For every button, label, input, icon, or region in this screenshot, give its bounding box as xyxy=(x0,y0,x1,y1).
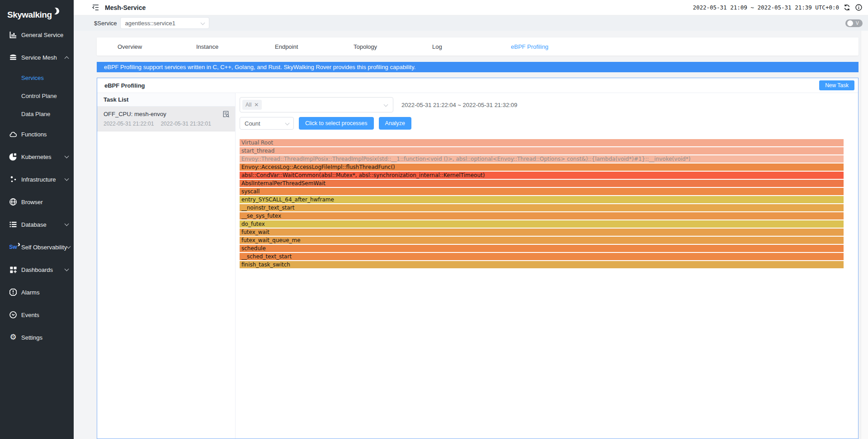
sidebar-item-events[interactable]: Events xyxy=(0,304,74,326)
tab-log[interactable]: Log xyxy=(432,43,511,50)
flame-frame[interactable]: schedule xyxy=(240,245,844,252)
sidebar-item-label: Events xyxy=(21,312,68,318)
remove-tag-icon[interactable]: ✕ xyxy=(254,102,259,107)
clock-icon xyxy=(9,311,17,319)
sidebar-item-label: Database xyxy=(21,221,65,228)
flame-frame[interactable]: futex_wait xyxy=(240,229,844,236)
new-task-button[interactable]: New Task xyxy=(819,80,854,90)
cloud-icon xyxy=(9,130,17,138)
chevron-down-icon xyxy=(285,121,290,125)
sidebar-item-label: Services xyxy=(21,75,44,81)
selected-instance-tag: All ✕ xyxy=(242,100,262,110)
task-detail-icon[interactable] xyxy=(222,110,230,118)
task-start-time: 2022-05-31 21:22:01 xyxy=(104,121,154,127)
aggregate-type-select[interactable]: Count xyxy=(240,117,294,130)
task-list-item[interactable]: OFF_CPU: mesh-envoy 2022-05-31 21:22:01 … xyxy=(97,107,235,131)
flame-frame[interactable]: syscall xyxy=(240,188,844,195)
task-end-time: 2022-05-31 21:32:01 xyxy=(160,121,211,127)
sidebar-item-label: General Service xyxy=(21,32,68,38)
flame-frame[interactable]: Envoy::Thread::ThreadImplPosix::ThreadIm… xyxy=(240,155,844,163)
sidebar-collapse-icon[interactable] xyxy=(92,4,99,11)
dashboard-grid-icon xyxy=(9,266,17,274)
list-rows-icon xyxy=(9,220,17,229)
instance-multi-select[interactable]: All ✕ xyxy=(240,97,393,112)
tab-instance[interactable]: Instance xyxy=(196,43,275,50)
flame-frame[interactable]: __noinstr_text_start xyxy=(240,204,844,211)
analyze-button[interactable]: Analyze xyxy=(379,117,411,130)
sidebar-item-control-plane[interactable]: Control Plane xyxy=(0,87,74,105)
sidebar-item-label: Browser xyxy=(21,199,68,205)
flame-frame[interactable]: AbslInternalPerThreadSemWait xyxy=(240,180,844,187)
sidebar-item-infrastructure[interactable]: Infrastructure xyxy=(0,168,74,191)
refresh-icon[interactable] xyxy=(843,4,851,11)
sidebar-item-general-service[interactable]: General Service xyxy=(0,23,74,46)
tag-label: All xyxy=(245,102,251,108)
sidebar-item-label: Alarms xyxy=(21,289,68,296)
chevron-down-icon xyxy=(66,244,71,248)
sidebar-item-label: Infrastructure xyxy=(21,176,65,183)
task-name: OFF_CPU: mesh-envoy xyxy=(104,111,166,117)
tab-endpoint[interactable]: Endpoint xyxy=(275,43,354,50)
sidebar-item-label: Settings xyxy=(21,334,68,341)
version-toggle[interactable]: V xyxy=(845,19,863,27)
sidebar: Skywalking General Service Service Mesh … xyxy=(0,0,74,439)
sidebar-item-browser[interactable]: Browser xyxy=(0,191,74,213)
info-icon[interactable] xyxy=(855,4,863,11)
logo-text: Skywalking xyxy=(7,10,52,20)
sidebar-item-self-observability[interactable]: Sw Self Observability xyxy=(0,236,74,258)
ebpf-profiling-panel: eBPF Profiling New Task Task List OFF_CP… xyxy=(97,78,859,439)
sidebar-item-data-plane[interactable]: Data Plane xyxy=(0,105,74,123)
chevron-down-icon xyxy=(65,154,69,158)
flame-frame[interactable]: __se_sys_futex xyxy=(240,212,844,220)
select-processes-button[interactable]: Click to select processes xyxy=(299,117,374,130)
globe-icon xyxy=(9,198,17,206)
sidebar-item-service-mesh[interactable]: Service Mesh xyxy=(0,46,74,69)
flame-graph: Virtual Rootstart_threadEnvoy::Thread::T… xyxy=(240,139,851,269)
flame-frame[interactable]: start_thread xyxy=(240,147,844,154)
main-area: Mesh-Service 2022-05-31 21:09 ~ 2022-05-… xyxy=(74,0,868,439)
sidebar-item-settings[interactable]: ⚙ Settings xyxy=(0,326,74,349)
analysis-panel: All ✕ 2022-05-31 21:22:04 ~ 2022-05-31 2… xyxy=(236,93,858,439)
sidebar-item-alarms[interactable]: Alarms xyxy=(0,281,74,304)
flame-frame[interactable]: __sched_text_start xyxy=(240,253,844,260)
skywalking-sw-icon: Sw xyxy=(9,243,17,251)
tab-overview[interactable]: Overview xyxy=(118,43,196,50)
sidebar-item-label: Self Observability xyxy=(21,244,67,251)
sidebar-item-functions[interactable]: Functions xyxy=(0,123,74,145)
service-select[interactable]: agentless::service1 xyxy=(120,17,209,29)
tab-topology[interactable]: Topology xyxy=(354,43,432,50)
sidebar-item-database[interactable]: Database xyxy=(0,213,74,236)
sidebar-item-label: Data Plane xyxy=(21,111,50,117)
panel-body: Task List OFF_CPU: mesh-envoy 2022-05-31… xyxy=(97,93,858,439)
sidebar-item-services[interactable]: Services xyxy=(0,69,74,87)
tab-ebpf-profiling[interactable]: eBPF Profiling xyxy=(511,43,548,50)
flame-frame[interactable]: Virtual Root xyxy=(240,139,844,146)
bar-chart-icon xyxy=(9,31,17,39)
panel-header: eBPF Profiling New Task xyxy=(97,78,858,93)
ebpf-info-banner: eBPF Profiling support services written … xyxy=(97,62,859,72)
gear-icon: ⚙ xyxy=(9,333,17,341)
global-time-range[interactable]: 2022-05-31 21:09 ~ 2022-05-31 21:39 UTC+… xyxy=(693,4,839,11)
chevron-down-icon xyxy=(65,221,69,226)
flame-frame[interactable]: finish_task_switch xyxy=(240,261,844,268)
sidebar-item-dashboards[interactable]: Dashboards xyxy=(0,258,74,281)
chevron-down-icon xyxy=(65,176,69,181)
chevron-down-icon xyxy=(65,266,69,271)
dashboard-tabs: Overview Instance Endpoint Topology Log … xyxy=(97,37,859,56)
toggle-knob xyxy=(847,20,853,26)
service-select-value: agentless::service1 xyxy=(125,20,175,27)
flame-frame[interactable]: do_futex xyxy=(240,220,844,228)
flame-frame[interactable]: futex_wait_queue_me xyxy=(240,237,844,244)
sidebar-item-kubernetes[interactable]: Kubernetes xyxy=(0,145,74,168)
flame-frame[interactable]: Envoy::AccessLog::AccessLogFileImpl::flu… xyxy=(240,163,844,171)
dots-cluster-icon xyxy=(9,175,17,183)
chevron-up-icon xyxy=(65,56,69,61)
sidebar-item-label: Service Mesh xyxy=(21,54,65,61)
page-scrollbar[interactable] xyxy=(861,31,868,439)
app-logo: Skywalking xyxy=(0,0,74,23)
task-list-panel: Task List OFF_CPU: mesh-envoy 2022-05-31… xyxy=(97,93,236,439)
alarm-hexagon-icon xyxy=(9,288,17,296)
flame-frame[interactable]: entry_SYSCALL_64_after_hwframe xyxy=(240,196,844,203)
flame-frame[interactable]: absl::CondVar::WaitCommon(absl::Mutex*, … xyxy=(240,172,844,179)
banner-text: eBPF Profiling support services written … xyxy=(104,64,415,70)
